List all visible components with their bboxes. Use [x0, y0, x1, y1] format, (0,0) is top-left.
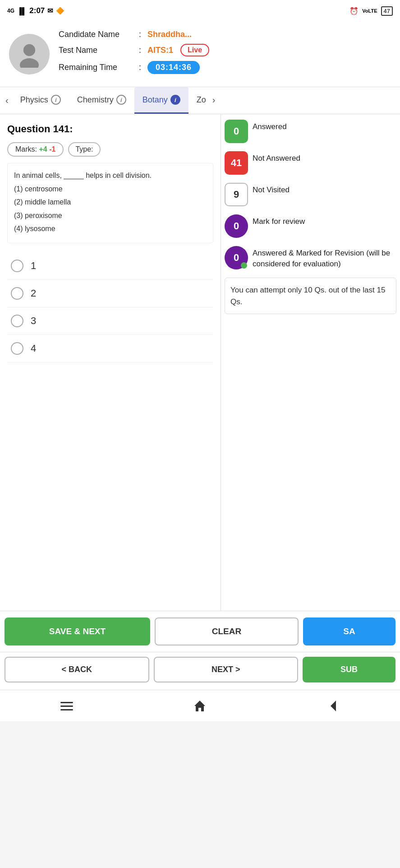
- menu-button[interactable]: [55, 697, 78, 715]
- info-box: You can attempt only 10 Qs. out of the l…: [225, 278, 396, 314]
- question-meta: Marks: +4 -1 Type:: [7, 142, 213, 157]
- option-3[interactable]: 3: [7, 307, 213, 335]
- live-badge: Live: [180, 44, 209, 56]
- physics-info-icon[interactable]: i: [51, 95, 61, 105]
- answered-count: 0: [234, 125, 239, 137]
- option-4[interactable]: 4: [7, 335, 213, 362]
- question-header: Question 141:: [7, 123, 213, 135]
- marks-label: Marks:: [15, 145, 37, 153]
- tab-zoology[interactable]: Zo ›: [189, 87, 227, 114]
- legend-answered: 0 Answered: [225, 120, 396, 143]
- tab-physics-label: Physics: [20, 95, 48, 105]
- test-name-row: Test Name : AITS:1 Live: [59, 44, 391, 56]
- not-visited-badge: 9: [225, 183, 248, 206]
- candidate-value: Shraddha...: [147, 30, 192, 39]
- status-right: ⏰ VoLTE 47: [349, 6, 393, 16]
- avatar: [9, 34, 50, 74]
- option-2-label: 2: [31, 288, 36, 299]
- test-label: Test Name: [59, 46, 135, 55]
- time-display: 2:07: [29, 6, 45, 15]
- lte-icon: VoLTE: [362, 8, 377, 14]
- person-icon: [16, 41, 43, 68]
- tab-physics[interactable]: Physics i: [12, 87, 69, 114]
- marks-positive: +4: [39, 145, 47, 153]
- back-icon: [327, 700, 340, 712]
- svg-rect-2: [60, 702, 73, 703]
- option-2-radio[interactable]: [11, 287, 23, 300]
- botany-info-icon[interactable]: i: [170, 95, 180, 105]
- chemistry-info-icon[interactable]: i: [116, 95, 126, 105]
- home-button[interactable]: [189, 697, 211, 715]
- test-value: AITS:1: [147, 46, 173, 55]
- legend-not-answered: 41 Not Answered: [225, 151, 396, 175]
- option-4-radio[interactable]: [11, 342, 23, 355]
- option-3-label: 3: [31, 315, 36, 327]
- svg-point-1: [20, 58, 39, 68]
- info-box-text: You can attempt only 10 Qs. out of the l…: [230, 286, 385, 306]
- back-nav-button[interactable]: [322, 697, 345, 715]
- main-content: Question 141: Marks: +4 -1 Type: In anim…: [0, 114, 400, 611]
- option-1-radio[interactable]: [11, 260, 23, 272]
- hamburger-icon: [60, 700, 73, 712]
- legend-not-visited: 9 Not Visited: [225, 183, 396, 206]
- tab-zoology-label: Zo: [197, 95, 206, 105]
- answered-badge: 0: [225, 120, 248, 143]
- next-button[interactable]: NEXT >: [154, 657, 299, 682]
- answered-marked-badge: 0: [225, 246, 248, 269]
- option-1[interactable]: 1: [7, 252, 213, 280]
- option-2[interactable]: 2: [7, 280, 213, 307]
- tab-botany[interactable]: Botany i: [134, 87, 189, 114]
- option-4-label: 4: [31, 343, 36, 354]
- mail-icon: ✉: [47, 7, 53, 15]
- bookmark-dot: [241, 262, 247, 269]
- marks-badge: Marks: +4 -1: [7, 142, 64, 157]
- not-visited-label: Not Visited: [253, 183, 290, 195]
- option-3-radio[interactable]: [11, 315, 23, 327]
- time-label: Remaining Time: [59, 63, 135, 72]
- svg-marker-5: [194, 701, 205, 711]
- answered-marked-count: 0: [234, 252, 239, 264]
- not-visited-count: 9: [234, 189, 239, 200]
- side-panel: 0 Answered 41 Not Answered 9 Not Visited…: [221, 114, 400, 611]
- nav-buttons: < BACK NEXT > SUB: [0, 652, 400, 690]
- mark-review-label: Mark for review: [253, 214, 305, 227]
- tab-chemistry-label: Chemistry: [77, 95, 114, 105]
- network-icon: 4G: [7, 8, 14, 14]
- type-badge: Type:: [68, 142, 100, 157]
- answered-marked-label: Answered & Marked for Revision (will be …: [253, 246, 396, 269]
- legend-answered-marked: 0 Answered & Marked for Revision (will b…: [225, 246, 396, 269]
- question-panel: Question 141: Marks: +4 -1 Type: In anim…: [0, 114, 221, 611]
- question-title: Question 141:: [7, 123, 73, 135]
- tab-prev-arrow[interactable]: ‹: [2, 95, 12, 106]
- not-answered-badge: 41: [225, 151, 248, 175]
- candidate-label: Candidate Name: [59, 30, 135, 39]
- legend-mark-review: 0 Mark for review: [225, 214, 396, 238]
- answered-label: Answered: [253, 120, 287, 132]
- timer-display: 03:14:36: [147, 61, 200, 74]
- submit-button[interactable]: SUB: [303, 657, 395, 682]
- back-button[interactable]: < BACK: [5, 657, 149, 682]
- candidate-name-row: Candidate Name : Shraddha...: [59, 30, 391, 39]
- status-left: 4G ▐▌ 2:07 ✉ 🔶: [7, 6, 64, 15]
- battery-icon: 47: [381, 6, 393, 16]
- clear-button[interactable]: CLEAR: [155, 617, 299, 645]
- remaining-time-row: Remaining Time : 03:14:36: [59, 61, 391, 74]
- options-list: 1 2 3 4: [7, 252, 213, 362]
- type-label: Type:: [75, 145, 93, 153]
- action-buttons: SAVE & NEXT CLEAR SA: [0, 611, 400, 652]
- candidate-info: Candidate Name : Shraddha... Test Name :…: [59, 30, 391, 79]
- svg-rect-4: [60, 709, 73, 710]
- tab-botany-label: Botany: [143, 95, 168, 105]
- save-next-button[interactable]: SAVE & NEXT: [5, 617, 150, 645]
- mark-review-count: 0: [234, 220, 239, 232]
- svg-point-0: [23, 44, 35, 56]
- header: Candidate Name : Shraddha... Test Name :…: [0, 22, 400, 87]
- marks-negative: -1: [49, 145, 55, 153]
- app-icon: 🔶: [56, 7, 64, 15]
- save-button[interactable]: SA: [303, 617, 395, 645]
- tab-chemistry[interactable]: Chemistry i: [69, 87, 134, 114]
- system-nav-bar: [0, 690, 400, 721]
- tab-next-arrow[interactable]: ›: [209, 95, 219, 105]
- question-body: In animal cells, _____ helps in cell div…: [7, 163, 213, 243]
- subject-tabs: ‹ Physics i Chemistry i Botany i Zo ›: [0, 87, 400, 114]
